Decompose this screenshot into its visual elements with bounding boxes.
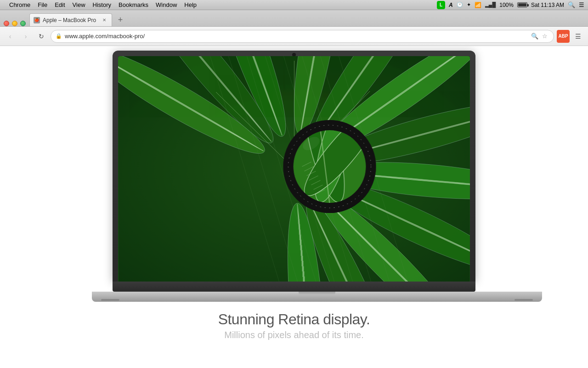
battery-percent: 100% bbox=[499, 2, 514, 8]
address-icons: 🔍 ☆ bbox=[531, 32, 549, 40]
page-text: Stunning Retina display. Millions of pix… bbox=[218, 311, 370, 340]
current-time: Sat 11:13 AM bbox=[531, 2, 564, 8]
menu-bar: Chrome File Edit View History Bookmarks … bbox=[0, 0, 588, 10]
macbook-bottom-area bbox=[92, 292, 496, 302]
bookmark-star-icon[interactable]: ☆ bbox=[541, 32, 549, 40]
lock-icon: 🔒 bbox=[56, 33, 62, 39]
macbook-bottom bbox=[92, 292, 542, 302]
page-headline: Stunning Retina display. bbox=[218, 311, 370, 328]
retina-display-image bbox=[118, 56, 470, 282]
macbook-screen bbox=[118, 56, 470, 282]
web-content: Stunning Retina display. Millions of pix… bbox=[0, 46, 588, 368]
close-button[interactable] bbox=[4, 21, 9, 26]
address-bar[interactable]: 🔒 www.apple.com/macbook-pro/ 🔍 ☆ bbox=[51, 30, 554, 43]
menu-history[interactable]: History bbox=[93, 1, 111, 8]
chrome-window: 🍎 Apple – MacBook Pro ✕ + ‹ › ↻ 🔒 www.ap… bbox=[0, 10, 588, 368]
minimize-button[interactable] bbox=[12, 21, 17, 26]
browser-tab[interactable]: 🍎 Apple – MacBook Pro ✕ bbox=[29, 13, 112, 26]
search-icon[interactable]: 🔍 bbox=[531, 32, 539, 40]
search-icon[interactable]: 🔍 bbox=[568, 1, 575, 8]
page-subheadline: Millions of pixels ahead of its time. bbox=[218, 330, 370, 340]
maximize-button[interactable] bbox=[20, 21, 26, 26]
bluetooth-icon: ✦ bbox=[467, 2, 471, 8]
macbook-container: Stunning Retina display. Millions of pix… bbox=[92, 51, 496, 340]
navigation-bar: ‹ › ↻ 🔒 www.apple.com/macbook-pro/ 🔍 ☆ A… bbox=[0, 27, 588, 46]
adobe-icon: A bbox=[449, 2, 453, 8]
macbook-frame bbox=[113, 51, 475, 282]
tab-favicon: 🍎 bbox=[34, 17, 40, 23]
macbook-foot-right bbox=[514, 299, 533, 301]
reload-button[interactable]: ↻ bbox=[35, 30, 48, 43]
adblock-button[interactable]: ABP bbox=[557, 30, 570, 43]
menu-bookmarks[interactable]: Bookmarks bbox=[119, 1, 148, 8]
menu-edit[interactable]: Edit bbox=[55, 1, 65, 8]
url-text[interactable]: www.apple.com/macbook-pro/ bbox=[65, 33, 528, 40]
tab-title: Apple – MacBook Pro bbox=[43, 17, 98, 23]
tab-close-button[interactable]: ✕ bbox=[101, 17, 108, 24]
signal-icon: ▂▄█ bbox=[485, 2, 496, 8]
menu-view[interactable]: View bbox=[73, 1, 85, 8]
notification-icon[interactable]: ☰ bbox=[579, 1, 584, 8]
tab-bar: 🍎 Apple – MacBook Pro ✕ + bbox=[0, 10, 588, 27]
traffic-lights bbox=[4, 21, 26, 26]
battery-icon bbox=[517, 2, 527, 7]
new-tab-button[interactable]: + bbox=[114, 13, 127, 26]
line-icon: L bbox=[437, 1, 445, 9]
menu-file[interactable]: File bbox=[38, 1, 47, 8]
macbook-base bbox=[113, 282, 475, 292]
wifi-icon: 📶 bbox=[475, 2, 481, 8]
macbook-screen-wrapper bbox=[113, 51, 475, 292]
clock-icon: 🕐 bbox=[457, 2, 463, 8]
menu-bar-right: L A 🕐 ✦ 📶 ▂▄█ 100% Sat 11:13 AM 🔍 ☰ bbox=[437, 1, 584, 9]
forward-button[interactable]: › bbox=[19, 30, 32, 43]
back-button[interactable]: ‹ bbox=[4, 30, 17, 43]
macbook-chin bbox=[113, 282, 475, 292]
chrome-menu-button[interactable]: ☰ bbox=[571, 30, 584, 43]
nav-right: ABP ☰ bbox=[557, 30, 584, 43]
menu-chrome[interactable]: Chrome bbox=[9, 1, 30, 8]
menu-bar-items: Chrome File Edit View History Bookmarks … bbox=[9, 1, 437, 8]
menu-help[interactable]: Help bbox=[184, 1, 197, 8]
menu-window[interactable]: Window bbox=[156, 1, 177, 8]
macbook-foot-left bbox=[101, 299, 119, 301]
